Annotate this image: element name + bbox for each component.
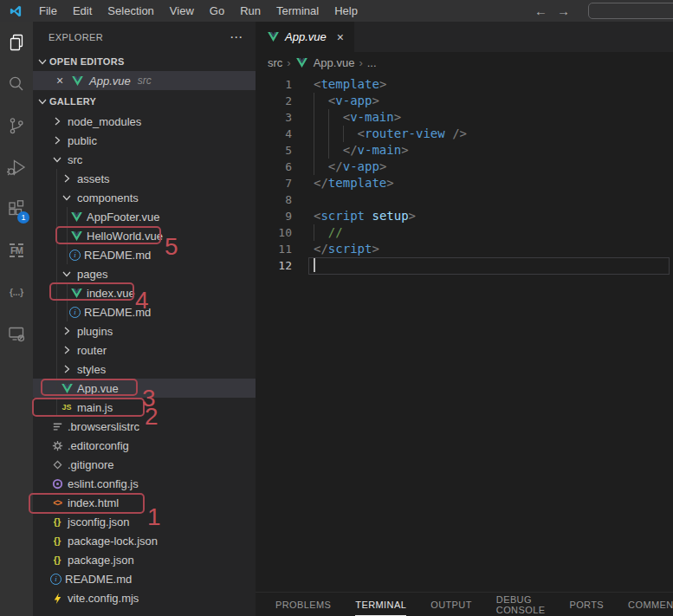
tree-item-plugins[interactable]: plugins <box>33 321 256 340</box>
tree-item-label: router <box>77 344 107 357</box>
menu-terminal[interactable]: Terminal <box>269 4 327 17</box>
activity-explorer-icon[interactable] <box>0 22 33 63</box>
panel-tab-problems[interactable]: PROBLEMS <box>275 600 331 610</box>
indent-guide <box>314 142 314 159</box>
annotation-number-4: 4 <box>135 289 149 313</box>
tree-item-router[interactable]: router <box>33 340 256 360</box>
json-braces-icon: {} <box>50 534 64 548</box>
tree-item-node-modules[interactable]: node_modules <box>33 112 256 131</box>
tree-item-label: .browserslistrc <box>68 420 139 433</box>
open-editors-header[interactable]: OPEN EDITORS <box>33 52 256 71</box>
more-actions-icon[interactable]: ⋯ <box>230 29 243 45</box>
breadcrumb-item[interactable]: App.vue <box>314 56 355 69</box>
panel-tab-output[interactable]: OUTPUT <box>430 600 472 610</box>
menu-view[interactable]: View <box>162 4 202 17</box>
menu-run[interactable]: Run <box>232 4 269 17</box>
info-icon: i <box>69 307 81 318</box>
forward-arrow-icon[interactable]: → <box>557 3 570 18</box>
panel-tab-comments[interactable]: COMMENTS <box>628 600 673 610</box>
activity-extensions-icon[interactable]: 1 <box>0 188 33 230</box>
indent-guide <box>328 142 329 159</box>
tree-item-jsconfig-json[interactable]: {}jsconfig.json <box>33 512 256 531</box>
code-line-3[interactable]: 3 <v-main> <box>256 109 673 126</box>
tree-item-readme-md[interactable]: iREADME.md <box>33 569 256 588</box>
annotation-box-5 <box>55 226 161 244</box>
line-number: 8 <box>256 191 292 208</box>
extensions-badge: 1 <box>17 211 29 224</box>
panel-tab-debug-console[interactable]: DEBUG CONSOLE <box>496 594 546 615</box>
command-search-input[interactable] <box>588 3 673 19</box>
breadcrumb-item[interactable]: src <box>268 56 282 69</box>
activity-source-control-icon[interactable] <box>0 105 33 146</box>
tree-item-styles[interactable]: styles <box>33 360 256 379</box>
code-line-12[interactable]: 12 <box>256 257 673 274</box>
sidebar-title: EXPLORER <box>49 32 103 42</box>
close-icon[interactable]: × <box>337 30 344 44</box>
open-editor-item-appvue[interactable]: × App.vue src <box>33 71 256 90</box>
code-line-1[interactable]: 1<template> <box>256 76 673 93</box>
tree-item-components[interactable]: components <box>33 188 256 207</box>
close-icon[interactable]: × <box>56 74 70 88</box>
panel-tab-ports[interactable]: PORTS <box>569 600 604 610</box>
line-content: <v-main> <box>314 109 401 126</box>
chevron-right-icon <box>50 133 64 147</box>
gallery-header[interactable]: GALLERY <box>33 90 256 112</box>
activity-run-debug-icon[interactable] <box>0 146 33 188</box>
chevron-down-icon <box>50 152 64 166</box>
breadcrumb-item[interactable]: ... <box>367 56 377 69</box>
tree-item-vite-config-mjs[interactable]: vite.config.mjs <box>33 588 256 607</box>
tree-item-package-json[interactable]: {}package.json <box>33 550 256 569</box>
code-line-4[interactable]: 4 <router-view /> <box>256 126 673 142</box>
line-number: 1 <box>256 76 292 93</box>
tree-item--gitignore[interactable]: .gitignore <box>33 455 256 474</box>
menu-help[interactable]: Help <box>327 4 366 17</box>
code-editor[interactable]: 1<template>2 <v-app>3 <v-main>4 <router-… <box>256 73 673 592</box>
activity-remote-explorer-icon[interactable] <box>0 313 33 354</box>
annotation-number-1: 1 <box>147 505 161 529</box>
code-line-10[interactable]: 10 // <box>256 224 673 241</box>
explorer-sidebar: EXPLORER ⋯ OPEN EDITORS × App.vue src GA… <box>33 22 256 616</box>
chevron-right-icon <box>60 362 74 376</box>
tree-item-pages[interactable]: pages <box>33 264 256 283</box>
line-content: </template> <box>314 175 394 191</box>
tree-item-assets[interactable]: assets <box>33 169 256 188</box>
list-icon <box>50 419 64 433</box>
activity-search-icon[interactable] <box>0 63 33 105</box>
line-content: <v-app> <box>314 93 379 109</box>
line-number: 10 <box>256 224 292 241</box>
json-braces-icon: {} <box>50 553 64 567</box>
code-line-5[interactable]: 5 </v-main> <box>256 142 673 159</box>
code-line-7[interactable]: 7</template> <box>256 175 673 191</box>
line-number: 3 <box>256 109 292 126</box>
braces-extension-icon: {...} <box>10 288 23 297</box>
code-line-9[interactable]: 9<script setup> <box>256 208 673 224</box>
line-content: </script> <box>314 241 379 257</box>
back-arrow-icon[interactable]: ← <box>534 3 547 18</box>
tree-item-package-lock-json[interactable]: {}package-lock.json <box>33 531 256 550</box>
tree-item-eslint-config-js[interactable]: eslint.config.js <box>33 474 256 493</box>
menu-file[interactable]: File <box>31 4 65 17</box>
annotation-number-5: 5 <box>165 235 178 259</box>
tree-item--editorconfig[interactable]: .editorconfig <box>33 436 256 455</box>
code-line-11[interactable]: 11</script> <box>256 241 673 257</box>
tree-item-label: src <box>68 153 82 166</box>
chevron-right-icon <box>60 343 74 357</box>
menu-edit[interactable]: Edit <box>65 4 100 17</box>
tree-item-src[interactable]: src <box>33 150 256 169</box>
line-number: 5 <box>256 142 292 159</box>
indent-guide <box>328 109 329 126</box>
menu-selection[interactable]: Selection <box>100 4 161 17</box>
panel-tab-terminal[interactable]: TERMINAL <box>355 600 406 610</box>
code-line-8[interactable]: 8 <box>256 191 673 208</box>
code-line-2[interactable]: 2 <v-app> <box>256 93 673 109</box>
annotation-box-2 <box>32 398 145 417</box>
activity-fm-extension-icon[interactable]: FM <box>0 230 33 271</box>
menu-bar: FileEditSelectionViewGoRunTerminalHelp <box>31 4 366 17</box>
line-content: </v-app> <box>314 159 386 175</box>
code-line-6[interactable]: 6 </v-app> <box>256 159 673 175</box>
tab-appvue[interactable]: App.vue × <box>256 22 354 52</box>
file-tree: node_modulespublicsrcassetscomponentsApp… <box>33 112 256 607</box>
menu-go[interactable]: Go <box>202 4 232 17</box>
tree-item-public[interactable]: public <box>33 131 256 150</box>
activity-braces-extension-icon[interactable]: {...} <box>0 271 33 313</box>
